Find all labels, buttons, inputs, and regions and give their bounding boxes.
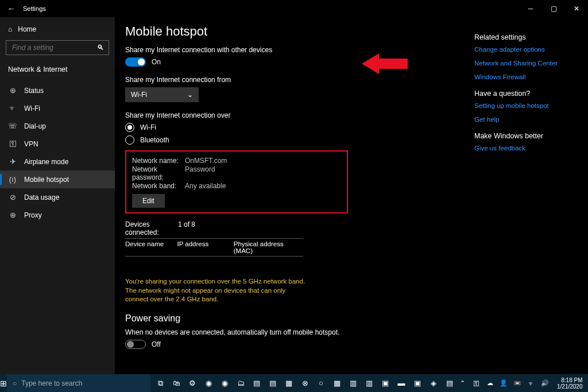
airplane-icon: ✈ — [8, 157, 17, 166]
radio-icon — [125, 135, 134, 145]
devices-table: Device name IP address Physical address … — [125, 238, 303, 257]
radio-wifi[interactable]: Wi-Fi — [125, 123, 435, 132]
nav-datausage[interactable]: ⊘Data usage — [0, 188, 115, 206]
cmd-icon[interactable]: ▤ — [249, 376, 264, 391]
toggle-on-icon — [125, 57, 146, 67]
nav-hotspot[interactable]: (ı)Mobile hotspot — [0, 170, 115, 188]
app2-icon[interactable]: ▥ — [346, 376, 361, 391]
hotspot-icon: (ı) — [8, 175, 17, 184]
link-adapter[interactable]: Change adapter options — [474, 46, 572, 53]
taskbar-apps: ⧉ 🛍 ⚙ ◉ ◉ 🗂 ▤ ▤ ▦ ⊗ ○ ▦ ▥ ▥ ▣ ▬ ▣ ◈ ▤ — [153, 376, 457, 391]
svg-marker-0 — [362, 53, 408, 74]
calc-icon[interactable]: ▦ — [330, 376, 345, 391]
net-pass-value: Password — [185, 165, 215, 181]
better-title: Make Windows better — [474, 132, 572, 140]
system-tray[interactable]: ⌃ ⚿ ☁ 👤 📼 ᯤ 🔊 8:18 PM 1/21/2020 💬 — [457, 377, 588, 390]
col-name: Device name — [125, 240, 177, 254]
tray-bt-icon[interactable]: 📼 — [512, 379, 523, 387]
window-title: Settings — [23, 5, 46, 12]
app4-icon[interactable]: ▬ — [394, 376, 409, 391]
link-sharing[interactable]: Network and Sharing Center — [474, 60, 572, 67]
app-icon[interactable]: ▦ — [281, 376, 296, 391]
devices-connected-value: 1 of 8 — [178, 220, 235, 236]
app3-icon[interactable]: ▥ — [362, 376, 377, 391]
nav-airplane[interactable]: ✈Airplane mode — [0, 153, 115, 170]
home-icon: ⌂ — [8, 25, 12, 33]
nav-vpn[interactable]: ⚿VPN — [0, 135, 115, 153]
cortana-icon[interactable]: ○ — [314, 376, 328, 391]
app6-icon[interactable]: ◈ — [426, 376, 441, 391]
clock[interactable]: 8:18 PM 1/21/2020 — [554, 377, 586, 390]
network-info-highlight: Network name:OnMSFT.com Network password… — [125, 150, 348, 214]
related-title: Related settings — [474, 33, 572, 41]
tray-cloud-icon[interactable]: ☁ — [485, 379, 495, 387]
question-title: Have a question? — [474, 90, 572, 98]
net-name-value: OnMSFT.com — [185, 157, 227, 165]
chevron-down-icon: ⌄ — [187, 91, 193, 99]
tray-wifi-icon[interactable]: ᯤ — [526, 380, 536, 387]
link-gethelp[interactable]: Get help — [474, 116, 572, 123]
search-icon: 🔍︎ — [97, 44, 104, 52]
taskbar[interactable]: ⊞ ○ Type here to search ⧉ 🛍 ⚙ ◉ ◉ 🗂 ▤ ▤ … — [0, 374, 588, 392]
taskbar-search[interactable]: ○ Type here to search — [7, 374, 150, 392]
annotation-arrow — [362, 51, 408, 77]
from-label: Share my Internet connection from — [125, 76, 435, 84]
net-band-label: Network band: — [132, 182, 185, 190]
page-title: Mobile hotspot — [125, 24, 435, 39]
nav-proxy[interactable]: ⊕Proxy — [0, 206, 115, 224]
status-icon: ⊕ — [8, 86, 17, 95]
sidebar: ⌂ Home 🔍︎ Network & Internet ⊕Status ᯤWi… — [0, 17, 115, 374]
net-band-value: Any available — [185, 182, 226, 190]
tray-people-icon[interactable]: 👤 — [498, 379, 509, 387]
mail-icon[interactable]: ▤ — [265, 376, 280, 391]
home-label: Home — [18, 25, 36, 33]
net-pass-label: Network password: — [132, 165, 185, 181]
close-button[interactable]: ✕ — [565, 5, 588, 13]
edge-icon[interactable]: ◉ — [201, 376, 216, 391]
link-setup-hotspot[interactable]: Setting up mobile hotspot — [474, 102, 572, 109]
radio-bluetooth[interactable]: Bluetooth — [125, 135, 435, 145]
app5-icon[interactable]: ▣ — [410, 376, 425, 391]
datausage-icon: ⊘ — [8, 193, 17, 201]
powersave-title: Power saving — [125, 313, 435, 324]
powersave-toggle[interactable]: Off — [125, 340, 435, 349]
titlebar: ← Settings ─ ▢ ✕ — [0, 0, 588, 17]
android-icon[interactable]: ▣ — [378, 376, 393, 391]
right-panel: Related settings Change adapter options … — [474, 24, 572, 368]
wifi-icon: ᯤ — [8, 104, 17, 112]
vpn-icon: ⚿ — [8, 139, 17, 148]
col-mac: Physical address (MAC) — [234, 240, 303, 254]
settings-search[interactable]: 🔍︎ — [6, 40, 109, 55]
store-icon[interactable]: 🛍 — [169, 376, 184, 391]
dialup-icon: ☏ — [8, 122, 17, 130]
link-firewall[interactable]: Windows Firewall — [474, 73, 572, 80]
explorer-icon[interactable]: 🗂 — [233, 376, 248, 391]
back-button[interactable]: ← — [0, 4, 23, 13]
edit-button[interactable]: Edit — [132, 194, 165, 208]
start-button[interactable]: ⊞ — [0, 379, 7, 388]
link-feedback[interactable]: Give us feedback — [474, 145, 572, 152]
nav-wifi[interactable]: ᯤWi-Fi — [0, 99, 115, 117]
maximize-button[interactable]: ▢ — [542, 5, 565, 13]
col-ip: IP address — [177, 240, 233, 254]
tray-up-icon[interactable]: ⌃ — [457, 379, 467, 387]
xbox-icon[interactable]: ⊗ — [297, 376, 312, 391]
over-label: Share my Internet connection over — [125, 111, 435, 119]
taskview-icon[interactable]: ⧉ — [153, 376, 168, 391]
toggle-off-icon — [125, 340, 146, 349]
from-dropdown[interactable]: Wi-Fi ⌄ — [125, 87, 199, 102]
nav-status[interactable]: ⊕Status — [0, 81, 115, 99]
powersave-label: When no devices are connected, automatic… — [125, 328, 435, 336]
search-input[interactable] — [11, 43, 94, 52]
settings-icon[interactable]: ⚙ — [185, 376, 200, 391]
nav-dialup[interactable]: ☏Dial-up — [0, 117, 115, 135]
minimize-button[interactable]: ─ — [519, 5, 542, 13]
radio-selected-icon — [125, 123, 134, 132]
home-nav[interactable]: ⌂ Home — [0, 22, 115, 37]
devices-connected-label: Devices connected: — [125, 220, 178, 236]
app7-icon[interactable]: ▤ — [442, 376, 457, 391]
edgedev-icon[interactable]: ◉ — [217, 376, 232, 391]
tray-lock-icon[interactable]: ⚿ — [471, 380, 481, 387]
net-name-label: Network name: — [132, 157, 185, 165]
tray-vol-icon[interactable]: 🔊 — [540, 379, 550, 387]
